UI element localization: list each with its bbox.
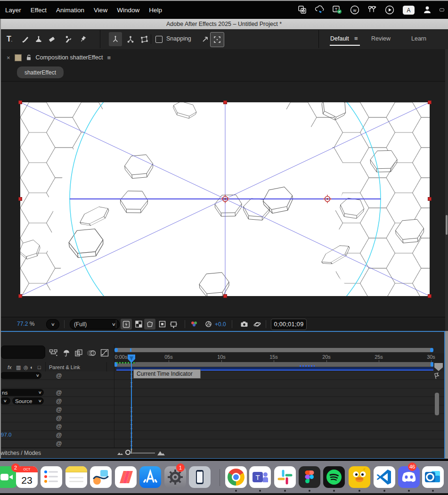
dock-icon-notes[interactable] <box>65 466 87 488</box>
timecode-display[interactable]: 0;00;01;09 <box>271 319 307 330</box>
input-source-icon[interactable]: A <box>402 5 415 15</box>
brush-tool-button[interactable] <box>19 32 32 46</box>
dock-icon-reminders[interactable] <box>41 466 62 488</box>
handle-top-left[interactable] <box>18 100 22 104</box>
timeline-search-input[interactable] <box>1 346 45 359</box>
mini-flowchart-button[interactable] <box>49 349 58 357</box>
fx-column-header[interactable]: fx <box>8 363 12 371</box>
play-status-icon[interactable] <box>384 5 395 15</box>
clone-stamp-tool-button[interactable] <box>32 32 45 46</box>
close-icon[interactable]: × <box>7 54 10 61</box>
graph-editor-button[interactable] <box>100 349 109 357</box>
zoom-dropdown[interactable]: ∨ <box>46 319 59 330</box>
motion-blur-button[interactable] <box>87 349 97 357</box>
dock-icon-app-store[interactable] <box>139 466 161 488</box>
dock-icon-slack[interactable] <box>274 466 296 488</box>
row1-dropdown[interactable]: ∨ <box>0 372 41 379</box>
dock-icon-outlook[interactable] <box>422 466 444 488</box>
handle-top-right[interactable] <box>428 100 432 104</box>
adjustment-column-icon[interactable]: ◐ <box>30 363 33 371</box>
zoom-out-mountain-icon[interactable] <box>117 451 123 455</box>
handle-mid-left[interactable] <box>18 197 22 201</box>
fast-previews-button[interactable] <box>121 319 132 330</box>
menu-animation[interactable]: Animation <box>56 7 84 14</box>
dock-icon-news[interactable] <box>115 466 137 488</box>
switches-modes-toggle[interactable]: Switches / Modes <box>0 450 41 456</box>
exposure-value[interactable]: +0.0 <box>215 321 226 328</box>
menu-effect[interactable]: Effect <box>31 7 47 14</box>
row4-mini-dropdown[interactable]: ∨ <box>0 397 10 404</box>
type-tool-button[interactable]: T. <box>3 32 16 46</box>
puppet-pin-tool-button[interactable] <box>76 32 90 46</box>
frame-blend-column-icon[interactable]: ▥ <box>16 363 21 371</box>
snap-bounds-button[interactable] <box>210 32 224 47</box>
workspace-tab-learn[interactable]: Learn <box>411 35 426 42</box>
eraser-tool-button[interactable] <box>45 32 58 46</box>
row4-source-dropdown[interactable]: Source∨ <box>12 397 44 404</box>
timeline-zoom-track[interactable] <box>132 453 155 454</box>
snapping-label[interactable]: Snapping <box>166 35 191 42</box>
snapshot-button[interactable] <box>238 319 250 330</box>
pick-whip[interactable]: @ <box>56 440 62 447</box>
workspace-tab-review[interactable]: Review <box>371 35 391 42</box>
roto-brush-tool-button[interactable] <box>61 32 74 46</box>
handle-bottom-right[interactable] <box>428 294 432 298</box>
layer-rows-area[interactable] <box>0 371 444 448</box>
handle-bottom-center[interactable] <box>223 294 227 298</box>
panel-menu-icon[interactable]: ≡ <box>107 54 111 61</box>
comp-marker-bin[interactable] <box>434 363 443 371</box>
layer-anchor-alt-button[interactable] <box>124 32 137 46</box>
pick-whip[interactable]: @ <box>56 423 62 430</box>
navigator-start-cap[interactable] <box>114 348 118 352</box>
timeline-navigator[interactable] <box>114 348 433 352</box>
frame-blending-button[interactable] <box>74 349 83 357</box>
region-of-interest-button[interactable] <box>144 319 155 330</box>
comp-marker-icon[interactable] <box>433 372 441 380</box>
dock-icon-teams[interactable]: T <box>249 466 271 488</box>
right-scrollbar-thumb[interactable] <box>446 215 448 235</box>
teams-status-icon[interactable]: T <box>332 5 342 15</box>
user-icon[interactable] <box>422 5 432 15</box>
draft-3d-button[interactable] <box>62 349 71 357</box>
channel-button[interactable] <box>188 319 200 330</box>
resolution-dropdown[interactable]: (Full) ∨ <box>70 319 120 330</box>
dock-icon-iphone-mirroring[interactable] <box>189 466 211 488</box>
handle-top-center[interactable] <box>223 100 227 104</box>
zoom-in-mountain-icon[interactable] <box>157 450 165 456</box>
orientation-value[interactable]: 97.0 <box>1 432 11 437</box>
composition-canvas[interactable] <box>20 102 430 296</box>
timeline-scrollbar-thumb[interactable] <box>435 393 439 415</box>
menu-view[interactable]: View <box>94 7 107 14</box>
pick-whip[interactable]: @ <box>56 406 62 413</box>
navigator-end-cap[interactable] <box>430 348 433 352</box>
dock-icon-freeform[interactable] <box>90 466 112 488</box>
mask-visibility-button[interactable] <box>156 319 168 330</box>
show-snapshot-button[interactable] <box>252 319 263 330</box>
dock-icon-spotify[interactable] <box>323 466 345 488</box>
free-transform-button[interactable] <box>138 32 151 46</box>
airpods-icon[interactable] <box>367 5 377 15</box>
pick-whip[interactable]: @ <box>56 415 62 421</box>
time-ruler[interactable]: 0:00s 05s 10s 15s 20s 25s 30s <box>114 353 444 363</box>
pan-behind-button[interactable] <box>168 319 179 330</box>
row3-dropdown[interactable]: ns∨ <box>0 389 44 396</box>
menu-help[interactable]: Help <box>149 7 162 14</box>
snapping-checkbox[interactable] <box>155 36 163 43</box>
zoom-level[interactable]: 77.2 % <box>17 321 34 327</box>
handle-mid-right[interactable] <box>428 197 432 201</box>
workspace-menu-icon[interactable]: ≡ <box>354 35 358 42</box>
handle-bottom-left[interactable] <box>18 294 22 298</box>
work-area-end[interactable] <box>431 362 433 367</box>
workspace-tab-default[interactable]: Default <box>330 35 349 42</box>
dock-icon-chrome[interactable] <box>225 466 247 488</box>
threed-column-icon[interactable]: □ <box>38 363 41 371</box>
outlook-icon[interactable] <box>297 5 308 15</box>
menu-layer[interactable]: Layer <box>5 7 21 14</box>
dock-icon-vscode[interactable] <box>374 466 395 488</box>
pick-whip[interactable]: @ <box>56 389 62 396</box>
pick-whip[interactable]: @ <box>56 432 62 438</box>
motion-blur-column-icon[interactable]: ◎ <box>24 363 28 371</box>
current-time-indicator-line[interactable] <box>131 362 132 449</box>
dock-icon-figma[interactable] <box>299 466 320 488</box>
exposure-reset-button[interactable] <box>203 319 214 330</box>
